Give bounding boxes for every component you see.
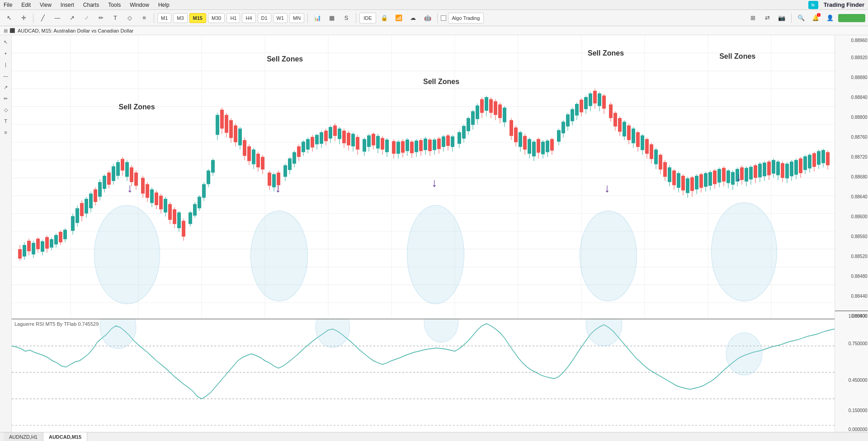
svg-rect-177 [367, 136, 371, 147]
svg-rect-367 [808, 155, 811, 169]
svg-rect-343 [754, 165, 757, 178]
tab-audcad[interactable]: AUDCAD,M15 [43, 432, 87, 441]
search-icon[interactable]: 🔍 [795, 12, 807, 24]
svg-rect-61 [94, 189, 97, 202]
svg-rect-39 [41, 241, 44, 252]
separator5 [437, 13, 438, 23]
ide-button[interactable]: IDE [359, 13, 376, 23]
notifications-icon[interactable]: 🔔1 [809, 12, 822, 24]
tab-audnzd[interactable]: AUDNZD,H1 [4, 432, 43, 441]
trendline-tool[interactable]: ↗ [66, 12, 78, 24]
price-scale: 0.88960 0.88920 0.88880 0.88840 0.88800 … [835, 35, 868, 441]
tf-h4[interactable]: H4 [242, 13, 255, 23]
svg-rect-271 [589, 94, 592, 106]
left-text[interactable]: T [1, 116, 11, 126]
svg-rect-333 [731, 172, 735, 185]
hline-tool[interactable]: — [51, 12, 64, 24]
menu-file[interactable]: File [2, 2, 14, 8]
left-vertical-line[interactable]: | [1, 60, 11, 70]
svg-rect-293 [641, 136, 644, 150]
indicator-price-scale: 1.000000 0.750000 0.450000 0.150000 0.00… [835, 310, 868, 432]
svg-rect-233 [498, 104, 502, 118]
cursor-tool[interactable]: ↖ [3, 12, 15, 24]
fib-tool[interactable]: ≡ [138, 12, 151, 24]
svg-rect-237 [509, 120, 513, 136]
line-tool[interactable]: ╱ [37, 12, 49, 24]
menu-window[interactable]: Window [128, 2, 151, 8]
tf-m3[interactable]: M3 [173, 13, 187, 23]
left-cursor[interactable]: ↖ [1, 37, 11, 47]
svg-rect-59 [89, 193, 93, 208]
chart-type-candle[interactable]: 📊 [311, 12, 324, 24]
chart-template[interactable]: S [340, 12, 353, 24]
svg-rect-199 [419, 140, 423, 151]
left-draw[interactable]: ✏ [1, 94, 11, 103]
tf-d1[interactable]: D1 [258, 13, 271, 23]
svg-rect-359 [790, 162, 793, 176]
menu-edit[interactable]: Edit [19, 2, 33, 8]
svg-rect-57 [85, 199, 88, 213]
svg-rect-321 [704, 173, 708, 187]
screenshot-icon[interactable]: 📷 [775, 12, 788, 24]
chart-type-bar[interactable]: ▦ [326, 12, 338, 24]
grid-icon[interactable]: ⊞ [746, 12, 759, 24]
svg-rect-145 [292, 152, 296, 164]
svg-rect-235 [503, 108, 506, 122]
price-7: 0.88680 [851, 174, 867, 179]
svg-rect-207 [437, 139, 441, 149]
svg-rect-187 [392, 141, 396, 154]
menu-charts[interactable]: Charts [81, 2, 101, 8]
tf-m1[interactable]: M1 [157, 13, 171, 23]
tf-m15[interactable]: M15 [189, 13, 206, 23]
svg-rect-47 [59, 232, 62, 242]
arrow-5: ↓ [736, 170, 742, 184]
svg-rect-223 [476, 105, 479, 119]
menu-insert[interactable]: Insert [59, 2, 76, 8]
svg-rect-283 [618, 118, 622, 131]
robot-icon[interactable]: 🤖 [421, 12, 434, 24]
balance-bar [838, 14, 865, 22]
left-plus[interactable]: + [1, 48, 11, 58]
sync-icon[interactable]: ⇄ [761, 12, 774, 24]
svg-rect-163 [333, 126, 337, 136]
menu-tools[interactable]: Tools [106, 2, 123, 8]
svg-rect-307 [672, 170, 676, 185]
pen-tool[interactable]: ✏ [94, 12, 107, 24]
tf-h1[interactable]: H1 [226, 13, 240, 23]
separator3 [307, 13, 308, 23]
tf-m30[interactable]: M30 [208, 13, 225, 23]
lock-icon[interactable]: 🔒 [378, 12, 391, 24]
svg-rect-81 [141, 178, 145, 194]
svg-rect-239 [514, 127, 518, 142]
svg-rect-231 [494, 101, 497, 115]
profile-icon[interactable]: 👤 [824, 12, 836, 24]
separator2 [154, 13, 154, 23]
svg-rect-51 [71, 216, 75, 230]
channel-tool[interactable]: ⟋ [80, 12, 93, 24]
indicator-label: Laguerre RSI MT5 By TFlab 0.745529 [14, 321, 99, 327]
algo-trading-button[interactable]: Algo Trading [448, 13, 484, 23]
price-12: 0.88480 [851, 274, 867, 279]
signal-icon[interactable]: 📶 [392, 12, 405, 24]
svg-rect-143 [288, 159, 292, 170]
svg-rect-115 [220, 110, 224, 129]
svg-rect-203 [428, 140, 432, 151]
svg-rect-309 [677, 173, 680, 188]
shape-tool[interactable]: ◇ [123, 12, 136, 24]
svg-rect-185 [385, 140, 389, 152]
tf-mn[interactable]: MN [289, 13, 304, 23]
crosshair-tool[interactable]: ✛ [17, 12, 30, 24]
svg-rect-79 [134, 173, 138, 186]
left-hline[interactable]: — [1, 71, 11, 81]
svg-rect-349 [767, 162, 771, 175]
menu-view[interactable]: View [38, 2, 53, 8]
svg-rect-325 [713, 170, 717, 184]
cloud-icon[interactable]: ☁ [407, 12, 420, 24]
left-shapes[interactable]: ◇ [1, 105, 11, 115]
tf-w1[interactable]: W1 [273, 13, 288, 23]
text-tool[interactable]: T [109, 12, 122, 24]
price-4: 0.88800 [851, 115, 867, 120]
menu-help[interactable]: Help [156, 2, 171, 8]
left-trend[interactable]: ↗ [1, 82, 11, 92]
left-fib[interactable]: ≡ [1, 127, 11, 137]
